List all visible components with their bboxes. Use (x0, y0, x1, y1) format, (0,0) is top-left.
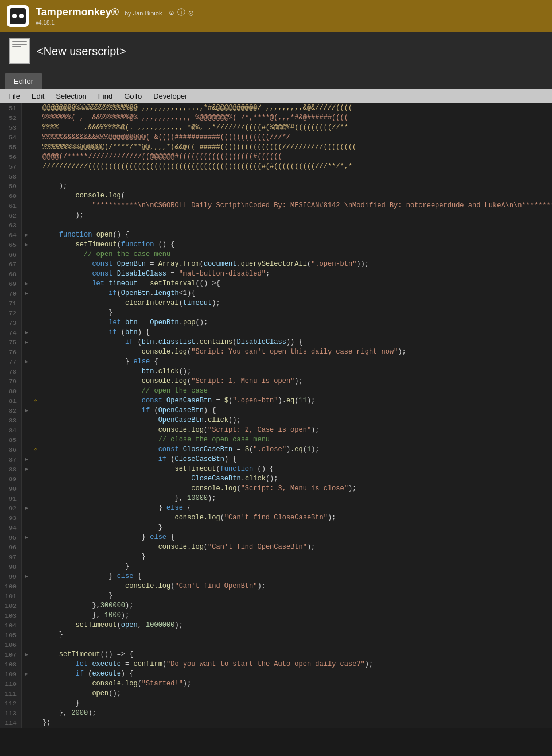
warning-icon (31, 562, 40, 572)
fold-arrow (22, 718, 31, 728)
fold-arrow (22, 152, 31, 162)
warning-icon (31, 425, 40, 435)
table-row: 108 let execute = confirm("Do you want t… (0, 660, 552, 669)
menu-goto[interactable]: GoTo (118, 90, 147, 102)
line-number: 91 (0, 494, 22, 503)
line-content: setTimeout(open, 1000000); (40, 621, 552, 630)
line-content: } (40, 699, 552, 708)
logo-inner (10, 8, 26, 24)
line-content: const OpenCaseBtn = $(".open-btn").eq(11… (40, 396, 552, 406)
line-number: 68 (0, 269, 22, 279)
line-number: 106 (0, 640, 22, 650)
line-number: 62 (0, 211, 22, 220)
table-row: 79 console.log("Script: 1, Menu is open"… (0, 377, 552, 386)
warning-icon (31, 289, 40, 298)
fold-arrow (22, 611, 31, 621)
line-number: 75 (0, 338, 22, 347)
fold-arrow[interactable]: ▶ (22, 455, 31, 464)
line-number: 77 (0, 357, 22, 367)
table-row: 59 ); (0, 181, 552, 191)
github-icon[interactable]: ⊙ (169, 8, 173, 18)
menu-find[interactable]: Find (92, 90, 118, 102)
table-row: 76 console.log("Script: You can't open t… (0, 347, 552, 357)
table-row: 102 },300000); (0, 601, 552, 611)
fold-arrow[interactable]: ▶ (22, 669, 31, 679)
warning-icon (31, 172, 40, 181)
table-row: 81⚠ const OpenCaseBtn = $(".open-btn").e… (0, 396, 552, 406)
fold-arrow (22, 435, 31, 445)
warning-icon (31, 621, 40, 630)
fold-arrow[interactable]: ▶ (22, 328, 31, 338)
line-content: }; (40, 718, 552, 728)
script-title: <New userscript> (37, 45, 126, 58)
table-row: 87▶ if (CloseCaseBtn) { (0, 455, 552, 464)
line-content: } (40, 562, 552, 572)
fold-arrow[interactable]: ▶ (22, 357, 31, 367)
table-row: 114}; (0, 718, 552, 728)
warning-icon (31, 357, 40, 367)
logo-dot-2 (19, 14, 24, 18)
social-icon[interactable]: ◎ (189, 8, 193, 18)
line-number: 76 (0, 347, 22, 357)
info-icon[interactable]: ⓘ (177, 7, 185, 18)
fold-arrow (22, 259, 31, 269)
fold-arrow (22, 708, 31, 718)
fold-arrow (22, 123, 31, 133)
logo-dot-1 (12, 14, 17, 18)
fold-arrow[interactable]: ▶ (22, 572, 31, 581)
menu-developer[interactable]: Developer (147, 90, 193, 102)
fold-arrow[interactable]: ▶ (22, 464, 31, 474)
line-content: }, 1000); (40, 611, 552, 621)
script-file-icon (9, 38, 30, 64)
line-content (40, 640, 552, 650)
table-row: 92▶ } else { (0, 503, 552, 513)
line-content: } else { (40, 572, 552, 581)
tab-editor[interactable]: Editor (5, 73, 42, 89)
line-content: open(); (40, 689, 552, 699)
warning-icon (31, 699, 40, 708)
fold-arrow (22, 269, 31, 279)
menu-edit[interactable]: Edit (26, 90, 50, 102)
line-number: 63 (0, 220, 22, 230)
table-row: 85 // close the open case menu (0, 435, 552, 445)
line-content: ); (40, 211, 552, 220)
line-number: 82 (0, 406, 22, 416)
warning-icon (31, 630, 40, 640)
icon-line-2 (12, 44, 27, 45)
fold-arrow[interactable]: ▶ (22, 406, 31, 416)
fold-arrow[interactable]: ▶ (22, 230, 31, 240)
fold-arrow[interactable]: ▶ (22, 279, 31, 289)
code-editor[interactable]: 51@@@@@@@@%%%%%%%%%%%%%@@ ,,,,,,,,,,,...… (0, 103, 552, 728)
fold-arrow (22, 133, 31, 142)
table-row: 78 btn.click(); (0, 367, 552, 377)
fold-arrow (22, 172, 31, 181)
line-content: } (40, 630, 552, 640)
fold-arrow (22, 396, 31, 406)
warning-icon (31, 572, 40, 581)
warning-icon (31, 162, 40, 172)
warning-icon (31, 250, 40, 259)
fold-arrow[interactable]: ▶ (22, 338, 31, 347)
menu-file[interactable]: File (2, 90, 26, 102)
fold-arrow[interactable]: ▶ (22, 503, 31, 513)
line-number: 110 (0, 679, 22, 689)
table-row: 112 } (0, 699, 552, 708)
table-row: 68 const DisableClass = "mat-button-disa… (0, 269, 552, 279)
fold-arrow[interactable]: ▶ (22, 289, 31, 298)
fold-arrow[interactable]: ▶ (22, 240, 31, 250)
warning-icon (31, 533, 40, 542)
line-number: 79 (0, 377, 22, 386)
menu-selection[interactable]: Selection (50, 90, 92, 102)
icon-line-3 (12, 46, 21, 47)
line-number: 94 (0, 523, 22, 533)
table-row: 82▶ if (OpenCaseBtn) { (0, 406, 552, 416)
warning-icon (31, 367, 40, 377)
line-number: 100 (0, 581, 22, 591)
fold-arrow (22, 552, 31, 562)
table-row: 94 } (0, 523, 552, 533)
warning-icon (31, 679, 40, 689)
table-row: 105 } (0, 630, 552, 640)
fold-arrow[interactable]: ▶ (22, 533, 31, 542)
app-logo (7, 5, 29, 27)
fold-arrow[interactable]: ▶ (22, 650, 31, 660)
